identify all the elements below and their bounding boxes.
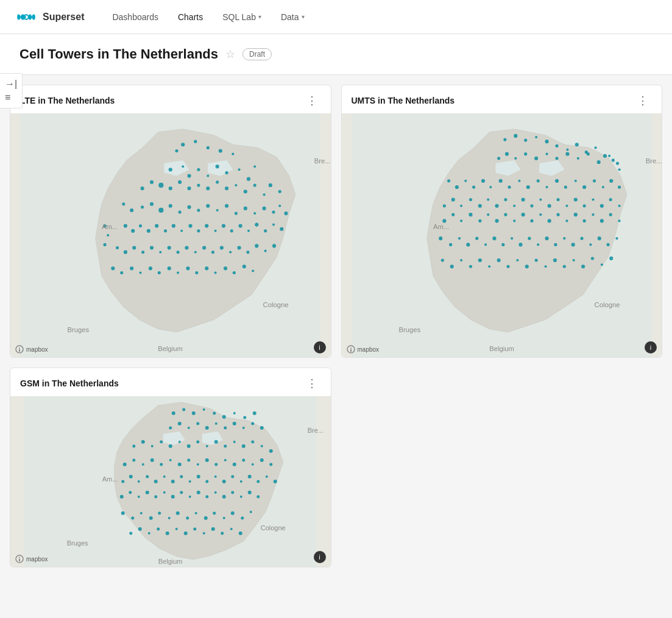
svg-point-139 [534,157,538,160]
svg-point-340 [189,495,191,498]
chart-menu-lte-button[interactable]: ⋮ [303,93,321,108]
svg-point-143 [576,157,579,160]
svg-point-326 [231,475,234,478]
svg-point-297 [132,459,135,462]
svg-point-268 [253,411,256,415]
svg-point-149 [454,185,458,189]
svg-point-13 [207,175,209,177]
svg-point-18 [253,165,256,168]
favorite-star-icon[interactable]: ☆ [225,48,235,61]
svg-point-157 [526,185,529,189]
svg-point-200 [539,213,542,216]
svg-point-244 [562,265,565,268]
svg-point-94 [120,271,123,274]
chart-menu-umts-button[interactable]: ⋮ [634,93,652,108]
svg-point-194 [487,213,489,216]
svg-point-366 [148,532,150,535]
svg-point-219 [518,243,522,246]
svg-point-118 [19,347,20,349]
svg-point-21 [158,183,163,188]
svg-point-67 [230,229,233,232]
svg-point-79 [159,251,161,254]
svg-point-16 [238,168,241,171]
svg-point-58 [155,224,158,228]
svg-point-214 [475,237,478,240]
svg-point-150 [464,180,467,182]
svg-point-184 [582,204,585,207]
svg-point-233 [460,259,462,261]
svg-point-207 [599,219,603,222]
map-info-umts[interactable]: i [645,341,657,353]
map-lte[interactable]: Belgium Bruges Cologne Am... Bre... mapb… [10,113,331,357]
svg-point-344 [222,495,226,499]
svg-point-152 [481,179,484,183]
svg-point-14 [216,165,219,168]
svg-point-131 [594,146,596,149]
svg-point-342 [205,495,208,499]
svg-point-42 [187,205,191,209]
svg-point-36 [130,208,133,212]
filter-icon: ≡ [5,92,17,103]
svg-point-306 [214,463,218,466]
svg-point-156 [518,180,520,182]
svg-point-44 [206,204,210,208]
svg-point-359 [213,512,216,515]
svg-point-83 [194,251,197,254]
svg-point-289 [214,440,218,444]
svg-point-280 [132,445,135,448]
svg-point-248 [600,263,603,266]
svg-point-5 [207,146,210,149]
svg-point-321 [189,480,191,483]
svg-point-205 [582,219,585,222]
chart-menu-gsm-button[interactable]: ⋮ [303,375,321,391]
svg-point-234 [469,265,472,268]
svg-point-73 [280,227,283,231]
svg-point-110 [107,234,109,236]
svg-point-271 [188,427,190,429]
svg-text:Am...: Am... [433,223,448,230]
svg-point-32 [263,193,266,196]
nav-dashboards[interactable]: Dashboards [104,7,167,27]
svg-point-202 [556,213,559,216]
mapbox-attribution-gsm: mapbox [15,555,48,563]
svg-point-186 [599,204,603,208]
svg-point-35 [122,202,125,205]
svg-point-28 [225,186,228,190]
svg-point-68 [239,224,242,228]
svg-point-168 [442,204,445,207]
map-umts[interactable]: Belgium Bruges Cologne Am... Bre... mapb… [342,113,662,357]
svg-point-330 [266,475,268,478]
svg-point-368 [166,531,169,535]
svg-point-46 [225,204,228,208]
svg-point-319 [171,480,175,483]
chart-card-lte-header: LTE in The Netherlands ⋮ [10,85,331,113]
nav-charts[interactable]: Charts [169,7,211,27]
nav-sql-lab[interactable]: SQL Lab ▾ [214,7,270,27]
map-info-gsm[interactable]: i [314,551,326,563]
map-gsm[interactable]: Belgium Bruges Cologne Am... Bre... mapb… [10,396,331,567]
svg-point-341 [197,491,200,494]
svg-point-278 [251,422,254,425]
svg-point-261 [182,408,185,411]
map-info-lte[interactable]: i [314,341,326,353]
brand-logo-area[interactable]: Superset [15,9,84,25]
svg-point-108 [252,269,254,272]
svg-point-307 [224,459,227,461]
svg-point-223 [554,243,557,246]
svg-point-129 [575,143,578,146]
svg-point-180 [547,204,551,208]
svg-point-191 [460,219,462,222]
mapbox-attribution-umts: mapbox [347,345,380,353]
svg-point-273 [205,426,209,430]
svg-point-323 [205,480,208,483]
svg-point-220 [528,237,531,240]
svg-text:Belgium: Belgium [158,558,183,565]
sidebar-toggle[interactable]: →| ≡ [0,73,23,108]
svg-point-241 [534,258,537,261]
collapse-icon: →| [5,79,17,90]
svg-point-350 [131,517,134,520]
svg-point-371 [193,528,196,531]
nav-data[interactable]: Data ▾ [272,7,313,27]
svg-point-61 [180,230,183,232]
svg-point-302 [178,463,182,466]
